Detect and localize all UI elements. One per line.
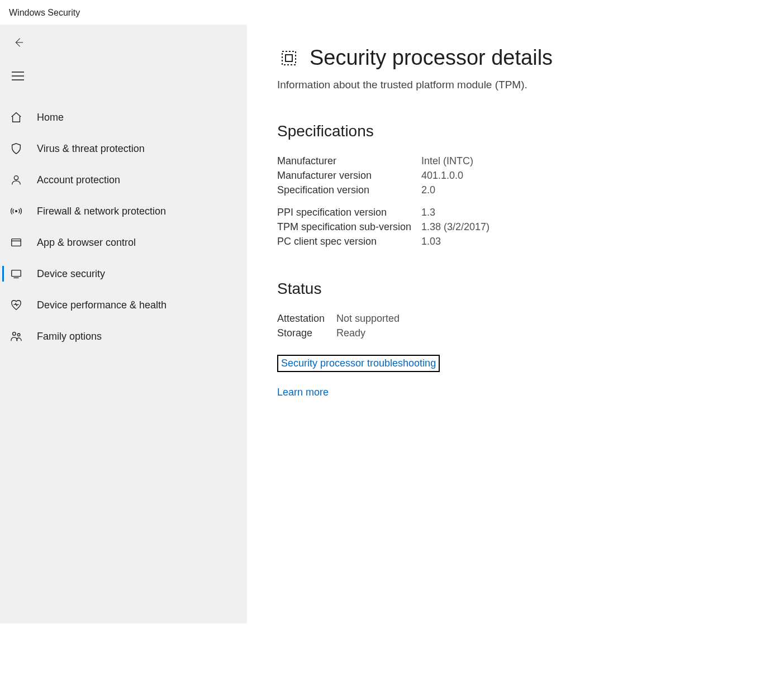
- spec-row-pc-client-version: PC client spec version 1.03: [277, 234, 770, 249]
- status-label: Storage: [277, 326, 336, 340]
- spec-label: Manufacturer version: [277, 168, 421, 183]
- specifications-heading: Specifications: [277, 122, 770, 140]
- status-row-attestation: Attestation Not supported: [277, 311, 770, 326]
- svg-point-5: [16, 211, 17, 212]
- svg-rect-8: [12, 270, 21, 277]
- sidebar-item-label: Virus & threat protection: [37, 143, 145, 155]
- spec-row-manufacturer: Manufacturer Intel (INTC): [277, 154, 770, 168]
- page-title: Security processor details: [310, 46, 553, 70]
- sidebar-item-label: Account protection: [37, 174, 120, 186]
- spec-row-specification-version: Specification version 2.0: [277, 183, 770, 197]
- page-subtitle: Information about the trusted platform m…: [277, 79, 770, 91]
- spec-value: Intel (INTC): [421, 154, 473, 168]
- spec-row-tpm-sub-version: TPM specification sub-version 1.38 (3/2/…: [277, 220, 770, 234]
- window-icon: [10, 236, 22, 249]
- spec-group: PPI specification version 1.3 TPM specif…: [277, 205, 770, 249]
- app-title: Windows Security: [9, 8, 80, 18]
- back-arrow-icon: [12, 36, 24, 49]
- sidebar-item-label: Firewall & network protection: [37, 206, 166, 217]
- troubleshooting-link[interactable]: Security processor troubleshooting: [277, 355, 440, 372]
- spec-label: PPI specification version: [277, 205, 421, 220]
- spec-value: 1.38 (3/2/2017): [421, 220, 489, 234]
- sidebar-item-account-protection[interactable]: Account protection: [0, 164, 247, 196]
- sidebar-item-label: Device security: [37, 268, 105, 280]
- status-value: Not supported: [336, 311, 400, 326]
- spec-row-manufacturer-version: Manufacturer version 401.1.0.0: [277, 168, 770, 183]
- learn-more-link[interactable]: Learn more: [277, 387, 329, 398]
- svg-rect-12: [282, 51, 296, 65]
- svg-point-4: [14, 176, 18, 180]
- spec-row-ppi-version: PPI specification version 1.3: [277, 205, 770, 220]
- status-heading: Status: [277, 280, 770, 298]
- spec-label: PC client spec version: [277, 234, 421, 249]
- nav-list: Home Virus & threat protection Account p…: [0, 102, 247, 352]
- antenna-icon: [10, 205, 22, 217]
- spec-group: Manufacturer Intel (INTC) Manufacturer v…: [277, 154, 770, 197]
- spec-value: 2.0: [421, 183, 435, 197]
- spec-label: Manufacturer: [277, 154, 421, 168]
- hamburger-icon: [12, 70, 24, 82]
- sidebar-item-virus-threat[interactable]: Virus & threat protection: [0, 133, 247, 164]
- heart-icon: [10, 299, 22, 311]
- sidebar-item-home[interactable]: Home: [0, 102, 247, 133]
- back-button[interactable]: [9, 34, 27, 51]
- sidebar: Home Virus & threat protection Account p…: [0, 25, 247, 623]
- spec-value: 401.1.0.0: [421, 168, 463, 183]
- home-icon: [10, 111, 22, 123]
- status-value: Ready: [336, 326, 365, 340]
- sidebar-item-firewall[interactable]: Firewall & network protection: [0, 196, 247, 227]
- sidebar-item-device-security[interactable]: Device security: [0, 258, 247, 289]
- sidebar-item-family-options[interactable]: Family options: [0, 321, 247, 352]
- svg-rect-6: [12, 239, 21, 246]
- status-label: Attestation: [277, 311, 336, 326]
- device-icon: [10, 268, 22, 280]
- svg-point-10: [13, 332, 16, 336]
- svg-point-11: [17, 334, 20, 336]
- sidebar-item-label: Family options: [37, 331, 102, 342]
- processor-chip-icon: [277, 46, 301, 70]
- status-group: Attestation Not supported Storage Ready: [277, 311, 770, 340]
- status-row-storage: Storage Ready: [277, 326, 770, 340]
- spec-value: 1.3: [421, 205, 435, 220]
- person-icon: [10, 174, 22, 186]
- sidebar-item-app-browser[interactable]: App & browser control: [0, 227, 247, 258]
- svg-rect-13: [286, 55, 292, 61]
- sidebar-item-label: Home: [37, 112, 64, 123]
- main-content: Security processor details Information a…: [277, 25, 770, 623]
- hamburger-menu-button[interactable]: [9, 67, 27, 85]
- family-icon: [10, 330, 22, 342]
- shield-icon: [10, 142, 22, 155]
- sidebar-item-label: App & browser control: [37, 237, 136, 249]
- spec-label: TPM specification sub-version: [277, 220, 421, 234]
- sidebar-item-label: Device performance & health: [37, 299, 167, 311]
- spec-value: 1.03: [421, 234, 441, 249]
- page-header: Security processor details: [277, 46, 770, 70]
- sidebar-item-performance-health[interactable]: Device performance & health: [0, 289, 247, 321]
- spec-label: Specification version: [277, 183, 421, 197]
